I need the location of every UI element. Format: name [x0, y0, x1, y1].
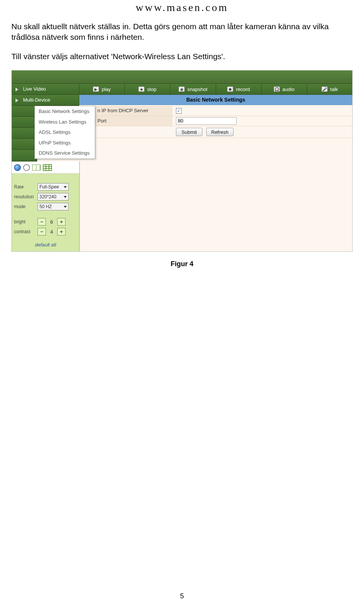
contrast-minus-button[interactable]: −: [38, 228, 46, 235]
bright-row: bright − 6 +: [12, 217, 79, 227]
talk-button[interactable]: 🎤 talk: [307, 84, 352, 94]
video-toolbar: ▶ play ■ stop ◉ snapshot ⏺ record: [79, 84, 352, 95]
chevron-down-icon: [64, 206, 67, 208]
menu-basic-network-settings[interactable]: Basic Network Settings: [35, 106, 95, 117]
bright-value: 6: [46, 219, 57, 225]
rate-value: Full-Spee: [39, 184, 59, 190]
video-controls-panel: Rate Full-Spee resolution 320*240 mode: [12, 162, 80, 251]
chevron-down-icon: [64, 196, 67, 198]
layout-single-icon[interactable]: [14, 164, 21, 171]
dhcp-checkbox[interactable]: ✓: [176, 108, 182, 114]
camera-ui-screenshot: Live Video Multi-Device ▶ play ■ stop: [11, 70, 353, 252]
menu-upnp-settings[interactable]: UPnP Settings: [35, 138, 95, 148]
talk-icon: 🎤: [322, 86, 328, 92]
contrast-row: contrast − 4 +: [12, 227, 79, 237]
play-icon: [16, 99, 18, 102]
play-icon: [16, 88, 18, 91]
rate-row: Rate Full-Spee: [12, 182, 79, 192]
toolbar-label: snapshot: [187, 86, 207, 92]
rate-select[interactable]: Full-Spee: [38, 183, 69, 191]
record-icon: ⏺: [227, 86, 233, 92]
layout-alt-icon[interactable]: [23, 164, 30, 171]
rate-label: Rate: [14, 184, 38, 190]
contrast-plus-button[interactable]: +: [57, 228, 66, 235]
section-title: Basic Network Settings: [79, 95, 352, 105]
toolbar-label: stop: [147, 86, 157, 92]
default-all-link[interactable]: default all: [12, 242, 79, 248]
mode-value: 50 HZ: [39, 204, 52, 209]
bright-minus-button[interactable]: −: [38, 218, 46, 226]
nav-label: Multi-Device: [23, 97, 50, 103]
record-button[interactable]: ⏺ record: [216, 84, 262, 94]
stop-button[interactable]: ■ stop: [125, 84, 170, 94]
audio-button[interactable]: 🎧 audio: [262, 84, 307, 94]
resolution-value: 320*240: [39, 194, 56, 199]
submit-button[interactable]: Submit: [176, 128, 202, 136]
audio-icon: 🎧: [274, 86, 280, 92]
network-submenu: Basic Network Settings Wireless Lan Sett…: [35, 106, 95, 159]
nav-live-video[interactable]: Live Video: [12, 84, 79, 95]
play-button[interactable]: ▶ play: [79, 84, 125, 94]
contrast-label: contrast: [14, 229, 38, 234]
snapshot-button[interactable]: ◉ snapshot: [170, 84, 216, 94]
menu-ddns-service-settings[interactable]: DDNS Service Settings: [35, 148, 95, 158]
mode-row: mode 50 HZ: [12, 202, 79, 212]
form-button-row: Submit Refresh: [79, 126, 352, 138]
chevron-down-icon: [64, 186, 67, 188]
instruction-paragraph-2: Till vänster väljs alternativet 'Network…: [11, 51, 353, 62]
dhcp-row: n IP from DHCP Server ✓: [79, 106, 352, 116]
menu-wireless-lan-settings[interactable]: Wireless Lan Settings: [35, 117, 95, 127]
mode-label: mode: [14, 204, 38, 209]
stop-icon: ■: [138, 86, 144, 92]
nav-network[interactable]: [12, 106, 37, 117]
bright-label: bright: [14, 219, 38, 224]
port-row: Port: [79, 116, 352, 126]
video-preview-strip: [12, 71, 352, 84]
page-number: 5: [0, 592, 364, 600]
instruction-paragraph-1: Nu skall aktuellt nätverk ställas in. De…: [11, 21, 353, 43]
nav-label: Live Video: [23, 86, 46, 92]
toolbar-label: audio: [282, 86, 295, 92]
nav-multi-device[interactable]: Multi-Device: [12, 95, 79, 106]
menu-adsl-settings[interactable]: ADSL Settings: [35, 127, 95, 138]
layout-2x1-icon[interactable]: [32, 165, 41, 171]
resolution-row: resolution 320*240: [12, 192, 79, 202]
play-icon: ▶: [93, 86, 99, 92]
nav-collapsed-3[interactable]: [12, 139, 37, 150]
nav-collapsed-1[interactable]: [12, 117, 37, 128]
content-blank-area: [80, 162, 352, 251]
mode-select[interactable]: 50 HZ: [38, 203, 69, 210]
layout-selector-row: [12, 162, 79, 174]
figure-caption: Figur 4: [11, 260, 353, 268]
contrast-value: 4: [46, 229, 57, 235]
http-port-input[interactable]: [176, 117, 237, 125]
nav-collapsed-4[interactable]: [12, 150, 37, 162]
bright-plus-button[interactable]: +: [57, 218, 66, 226]
resolution-select[interactable]: 320*240: [38, 193, 69, 201]
layout-3x3-icon[interactable]: [43, 164, 52, 171]
toolbar-label: talk: [330, 86, 338, 92]
toolbar-label: record: [236, 86, 250, 92]
refresh-button[interactable]: Refresh: [206, 128, 234, 136]
toolbar-label: play: [102, 86, 111, 92]
resolution-label: resolution: [14, 194, 38, 199]
snapshot-icon: ◉: [179, 86, 185, 92]
site-url: www.masen.com: [11, 2, 353, 14]
nav-collapsed-2[interactable]: [12, 128, 37, 139]
